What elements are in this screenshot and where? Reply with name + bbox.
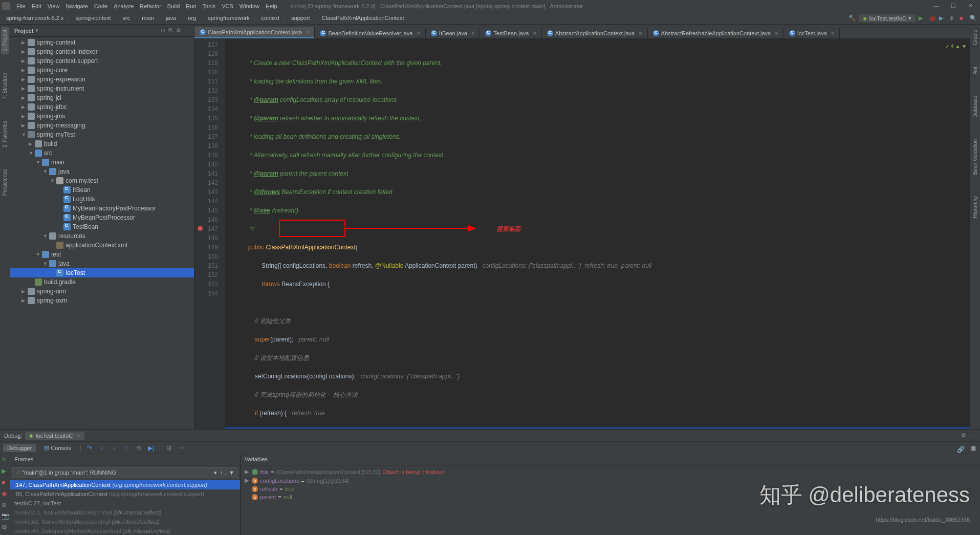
thread-selector[interactable]: ✓ "main"@1 in group "main": RUNNING ▾ ↑ …	[12, 467, 238, 478]
menu-help[interactable]: Help	[263, 3, 280, 9]
close-icon[interactable]: ×	[417, 30, 420, 36]
stack-frame[interactable]: testIoC:27, IocTest	[10, 499, 240, 508]
tree-arrow-icon[interactable]: ▶	[21, 123, 28, 128]
tree-item[interactable]: ▼ main	[10, 158, 194, 167]
close-icon[interactable]: ×	[306, 29, 309, 35]
build-icon[interactable]: 🔨	[848, 15, 856, 22]
editor-tab[interactable]: TestBean.java ×	[480, 28, 542, 38]
get-thread-dump-icon[interactable]: 📷	[2, 512, 9, 520]
tree-arrow-icon[interactable]: ▶	[21, 114, 28, 119]
editor-tab[interactable]: BeanDefinitionValueResolver.java ×	[315, 28, 425, 38]
breadcrumb-item[interactable]: main	[139, 14, 157, 22]
variable-row[interactable]: ▶ · this = {ClassPathXmlApplicationConte…	[243, 467, 978, 476]
tree-item[interactable]: ▼ test	[10, 250, 194, 259]
breadcrumb[interactable]: spring-framework-5.2.xspring-contextsrcm…	[3, 15, 407, 22]
variable-list[interactable]: ▶ · this = {ClassPathXmlApplicationConte…	[241, 465, 980, 535]
tree-arrow-icon[interactable]: ▼	[36, 160, 42, 165]
menu-navigate[interactable]: Navigate	[62, 3, 91, 9]
close-icon[interactable]: ×	[471, 30, 474, 36]
tree-item[interactable]: ▶ build	[10, 139, 194, 148]
breadcrumb-item[interactable]: src	[120, 14, 134, 22]
main-menu[interactable]: FileEditViewNavigateCodeAnalyzeRefactorB…	[13, 3, 280, 9]
drop-frame-icon[interactable]: ⟲	[135, 444, 143, 452]
mute-breakpoints-icon[interactable]: ⊘	[2, 501, 9, 508]
settings-icon[interactable]: ⚙	[2, 524, 9, 531]
breadcrumb-item[interactable]: springframework	[205, 14, 252, 22]
run-config-selector[interactable]: ◉ IocTest.testIoC ▾	[859, 14, 916, 22]
stack-frame[interactable]: :147, ClassPathXmlApplicationContext (or…	[10, 480, 240, 489]
tree-arrow-icon[interactable]: ▶	[21, 298, 28, 303]
tool-tab[interactable]: 1: Project	[1, 27, 9, 54]
tool-tab[interactable]: Persistence	[1, 166, 9, 199]
tool-tab[interactable]: 2: Favorites	[1, 118, 9, 151]
code-inspection-indicator[interactable]: ✓ 4 ▲ ▼	[945, 42, 967, 51]
tree-item[interactable]: ▶ spring-jdbc	[10, 102, 194, 112]
hide-icon[interactable]: —	[970, 432, 976, 439]
editor-tab[interactable]: IocTest.java ×	[784, 28, 840, 38]
tree-item[interactable]: IocTest	[10, 268, 194, 277]
breadcrumb-item[interactable]: org	[185, 14, 199, 22]
menu-vcs[interactable]: VCS	[219, 3, 236, 9]
breadcrumb-item[interactable]: support	[288, 14, 313, 22]
view-breakpoints-icon[interactable]: ◉	[2, 490, 9, 497]
editor-tabs[interactable]: ClassPathXmlApplicationContext.java × Be…	[194, 25, 970, 39]
close-icon[interactable]: ×	[831, 30, 834, 36]
next-frame-icon[interactable]: ↓	[225, 469, 228, 476]
menu-tools[interactable]: Tools	[200, 3, 219, 9]
debug-session-tab[interactable]: ◉ IocTest.testIoC ×	[25, 432, 84, 440]
tree-item[interactable]: ▼ java	[10, 167, 194, 176]
link-icon[interactable]: 🔗	[957, 446, 965, 453]
tool-tab[interactable]: Database	[971, 93, 979, 121]
tree-arrow-icon[interactable]: ▼	[43, 261, 49, 266]
tree-arrow-icon[interactable]: ▼	[43, 233, 49, 239]
tree-item[interactable]: ▶ spring-jms	[10, 112, 194, 121]
breadcrumb-item[interactable]: ClassPathXmlApplicationContext	[319, 14, 407, 22]
tree-item[interactable]: ▶ spring-expression	[10, 75, 194, 84]
editor-tab[interactable]: AbstractRefreshableApplicationContext.ja…	[648, 28, 784, 38]
tree-arrow-icon[interactable]: ▼	[29, 151, 35, 156]
tree-item[interactable]: ▼ resources	[10, 231, 194, 241]
rerun-icon[interactable]: ↻	[2, 456, 9, 463]
tree-item[interactable]: ▶ spring-context	[10, 38, 194, 47]
force-step-into-icon[interactable]: ↓	[110, 444, 118, 452]
stack-frame[interactable]: :85, ClassPathXmlApplicationContext (org…	[10, 489, 240, 499]
editor-tab[interactable]: ItBean.java ×	[426, 28, 480, 38]
breakpoint-icon[interactable]	[198, 226, 203, 231]
step-over-icon[interactable]: ↷	[85, 444, 94, 452]
stack-frame[interactable]: invoke0:-1, NativeMethodAccessorImpl (jd…	[10, 508, 240, 517]
tree-arrow-icon[interactable]: ▶	[29, 141, 35, 146]
breadcrumb-item[interactable]: context	[258, 14, 282, 22]
menu-edit[interactable]: Edit	[29, 3, 45, 9]
tree-item[interactable]: build.gradle	[10, 277, 194, 287]
trace-icon[interactable]: ⋯	[177, 444, 185, 452]
stop-icon[interactable]: ■	[2, 479, 9, 486]
tree-item[interactable]: ▶ spring-instrument	[10, 84, 194, 93]
tool-tab[interactable]: 7: Structure	[1, 70, 9, 102]
hide-icon[interactable]: —	[184, 27, 190, 34]
menu-window[interactable]: Window	[236, 3, 263, 9]
stack-frame[interactable]: invoke:43, DelegatingMethodAccessorImpl …	[10, 526, 240, 535]
search-icon[interactable]: 🔍	[970, 15, 977, 22]
chevron-down-icon[interactable]: ▾	[35, 27, 38, 34]
menu-build[interactable]: Build	[164, 3, 183, 9]
resume-icon[interactable]: ▶	[2, 467, 9, 475]
close-icon[interactable]: ×	[77, 433, 80, 439]
tree-arrow-icon[interactable]: ▶	[21, 95, 28, 100]
run-to-cursor-icon[interactable]: ▶|	[147, 444, 155, 452]
tree-item[interactable]: ▶ spring-messaging	[10, 121, 194, 130]
tree-arrow-icon[interactable]: ▼	[21, 132, 28, 137]
close-icon[interactable]: ✕	[963, 3, 978, 9]
editor-tab[interactable]: AbstractApplicationContext.java ×	[542, 28, 648, 38]
menu-refactor[interactable]: Refactor	[137, 3, 164, 9]
step-out-icon[interactable]: ↑	[122, 444, 130, 452]
tree-arrow-icon[interactable]: ▼	[36, 252, 42, 257]
breadcrumb-item[interactable]: spring-context	[72, 14, 114, 22]
menu-run[interactable]: Run	[183, 3, 199, 9]
tree-arrow-icon[interactable]: ▶	[21, 289, 28, 294]
code-content[interactable]: ✓ 4 ▲ ▼ * Create a new ClassPathXmlAppli…	[225, 39, 970, 429]
project-tree[interactable]: ▶ spring-context ▶ spring-context-indexe…	[10, 37, 194, 429]
menu-file[interactable]: File	[13, 3, 29, 9]
tree-item[interactable]: ▼ com.my.test	[10, 176, 194, 185]
tool-tab[interactable]: Hierarchy	[971, 193, 979, 221]
tree-item[interactable]: LogUtils	[10, 195, 194, 204]
